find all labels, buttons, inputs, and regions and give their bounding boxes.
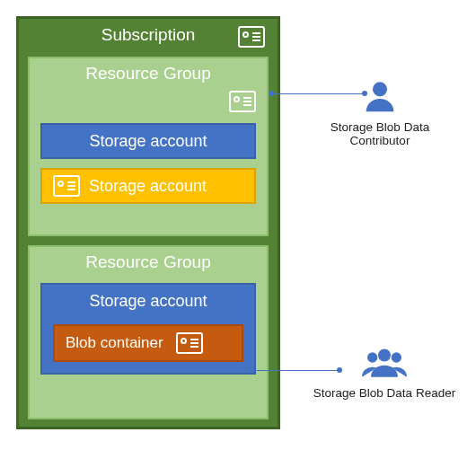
storage-account-1: Storage account	[40, 123, 256, 159]
resource-group-2: Resource Group Storage account Blob cont…	[28, 245, 269, 419]
subscription-header: Subscription	[28, 22, 269, 51]
id-badge-icon	[229, 91, 256, 112]
svg-point-1	[367, 352, 377, 362]
users-group-icon	[357, 341, 411, 383]
subscription-container: Subscription Resource Group Storage acco…	[16, 16, 280, 429]
svg-point-0	[373, 82, 387, 96]
blob-container-label: Blob container	[66, 334, 163, 352]
storage-account-2: Storage account	[40, 168, 256, 204]
storage-account-1-label: Storage account	[89, 132, 207, 151]
id-badge-icon	[176, 332, 203, 354]
id-badge-icon	[53, 175, 80, 197]
actor-contributor-label: Storage Blob Data Contributor	[300, 120, 460, 147]
resource-group-1: Resource Group Storage account Storage a…	[28, 57, 269, 236]
svg-point-3	[378, 349, 391, 362]
svg-point-2	[392, 352, 401, 362]
resource-group-2-title: Resource Group	[40, 251, 256, 278]
storage-account-3: Storage account Blob container	[40, 283, 256, 375]
actor-contributor: Storage Blob Data Contributor	[300, 75, 460, 147]
subscription-title: Subscription	[101, 25, 196, 44]
storage-account-3-label: Storage account	[53, 290, 243, 315]
storage-account-2-label: Storage account	[89, 177, 207, 196]
id-badge-icon	[238, 26, 265, 48]
user-icon	[359, 75, 401, 117]
blob-container: Blob container	[53, 324, 243, 362]
diagram-stage: Subscription Resource Group Storage acco…	[11, 11, 465, 439]
actor-reader: Storage Blob Data Reader	[309, 341, 460, 400]
resource-group-1-title: Resource Group	[40, 62, 256, 89]
actor-reader-label: Storage Blob Data Reader	[309, 386, 460, 400]
